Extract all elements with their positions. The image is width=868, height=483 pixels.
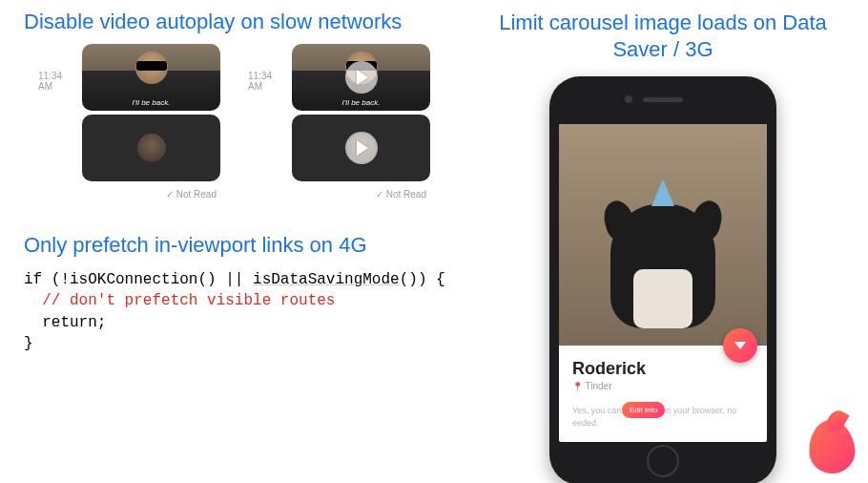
code-snippet: if (!isOKConnection() || isDataSavingMod… xyxy=(24,269,453,355)
read-status: Not Read xyxy=(248,189,434,200)
dog-illustration xyxy=(610,204,715,328)
profile-photo-carousel[interactable] xyxy=(559,124,767,346)
profile-card-info: Roderick Tinder Yes, you can Edit Info i… xyxy=(559,346,767,436)
profile-name: Roderick xyxy=(572,359,754,379)
chat-example-autoplay-on: 11:34 AM I'll be back. Not Read xyxy=(38,44,224,200)
play-icon[interactable] xyxy=(345,61,378,94)
chat-frames: I'll be back. xyxy=(82,44,224,185)
chat-row: 11:34 AM I'll be back. xyxy=(38,44,224,185)
chat-frames: I'll be back. xyxy=(292,44,434,185)
right-column: Limit carousel image loads on Data Saver… xyxy=(472,10,854,483)
video-frame-1-paused[interactable]: I'll be back. xyxy=(292,44,430,111)
home-button-icon xyxy=(647,445,679,477)
heading-carousel: Limit carousel image loads on Data Saver… xyxy=(472,10,854,62)
heading-prefetch: Only prefetch in-viewport links on 4G xyxy=(24,233,453,258)
chat-row: 11:34 AM I'll be back. xyxy=(248,44,434,185)
chat-timestamp: 11:34 AM xyxy=(248,71,286,92)
party-hat-icon xyxy=(651,179,674,206)
phone-screen: Roderick Tinder Yes, you can Edit Info i… xyxy=(559,124,767,442)
left-column: Disable video autoplay on slow networks … xyxy=(24,10,453,355)
code-fn-underlined: isDataSavingMode xyxy=(253,271,400,288)
play-icon[interactable] xyxy=(345,132,378,164)
face-illustration xyxy=(137,134,166,162)
code-text: ()) { xyxy=(400,271,445,288)
heading-autoplay: Disable video autoplay on slow networks xyxy=(24,10,453,34)
code-text: (!isOKConnection() || xyxy=(42,271,253,288)
video-frame-2-paused[interactable] xyxy=(292,115,430,181)
chat-example-autoplay-off: 11:34 AM I'll be back. Not Read xyxy=(248,44,434,200)
prompt-text-tail: eeded. xyxy=(572,418,599,428)
code-brace: } xyxy=(24,335,33,352)
tinder-logo-icon xyxy=(809,420,855,473)
video-caption: I'll be back. xyxy=(342,98,381,107)
profile-subtitle: Tinder xyxy=(572,381,754,391)
video-caption: I'll be back. xyxy=(133,98,171,107)
phone-speaker xyxy=(643,97,683,102)
edit-info-button[interactable]: Edit Info xyxy=(622,402,665,418)
read-status: Not Read xyxy=(38,189,224,200)
code-return: return; xyxy=(24,314,106,331)
phone-camera xyxy=(625,95,632,103)
chat-examples-row: 11:34 AM I'll be back. Not Read 11:34 AM xyxy=(38,44,453,200)
video-frame-1: I'll be back. xyxy=(82,44,220,111)
prompt-text-right: in your browser, no xyxy=(664,406,736,415)
chat-timestamp: 11:34 AM xyxy=(38,71,76,92)
profile-prompt: Yes, you can Edit Info in your browser, … xyxy=(572,405,754,429)
prompt-text-left: Yes, you can xyxy=(572,406,621,415)
code-keyword-if: if xyxy=(24,271,42,288)
sunglasses-illustration xyxy=(136,61,167,71)
phone-mockup: Roderick Tinder Yes, you can Edit Info i… xyxy=(549,76,776,483)
video-frame-2 xyxy=(82,115,220,181)
code-comment: // don't prefetch visible routes xyxy=(24,292,335,309)
